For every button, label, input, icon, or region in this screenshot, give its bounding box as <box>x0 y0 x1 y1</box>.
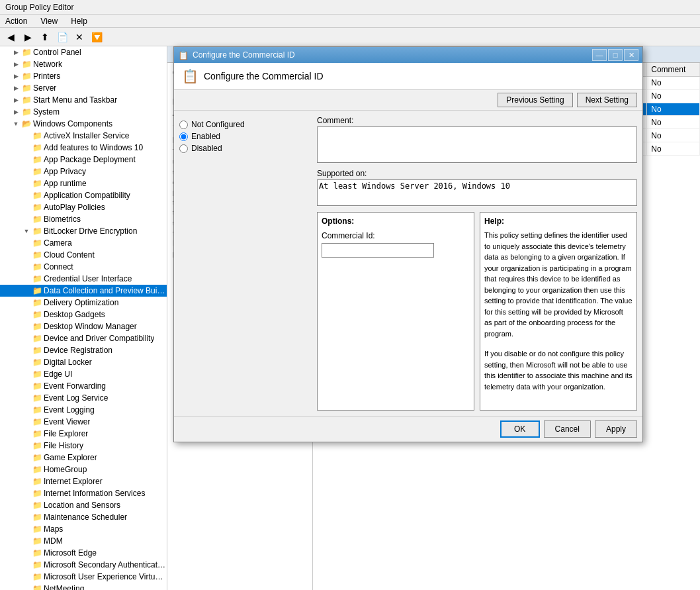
sidebar-label-21: Delivery Optimization <box>44 298 118 307</box>
sidebar-item-41[interactable]: 📁MDM <box>0 535 167 547</box>
sidebar-label-14: Biometrics <box>44 215 81 224</box>
tree-expand-1[interactable]: ▶ <box>11 59 21 70</box>
sidebar-item-32[interactable]: 📁File Explorer <box>0 428 167 440</box>
sidebar-item-2[interactable]: ▶📁Printers <box>0 70 167 82</box>
cell-comment-3: No <box>647 116 700 129</box>
sidebar-label-1: Network <box>33 60 62 69</box>
sidebar-item-40[interactable]: 📁Maps <box>0 523 167 535</box>
sidebar-item-30[interactable]: 📁Event Logging <box>0 404 167 416</box>
sidebar-item-34[interactable]: 📁Game Explorer <box>0 452 167 464</box>
sidebar-item-45[interactable]: 📁NetMeeting <box>0 583 167 590</box>
sidebar-item-13[interactable]: 📁AutoPlay Policies <box>0 201 167 213</box>
sidebar-label-27: Edge UI <box>44 369 72 379</box>
sidebar-item-19[interactable]: 📁Credential User Interface <box>0 273 167 285</box>
sidebar-item-17[interactable]: 📁Cloud Content <box>0 249 167 261</box>
radio-enabled-input[interactable] <box>179 132 188 141</box>
menu-help[interactable]: Help <box>68 17 90 26</box>
menu-action[interactable]: Action <box>3 17 30 26</box>
sidebar-item-21[interactable]: 📁Delivery Optimization <box>0 297 167 309</box>
tree-expand-40 <box>21 524 32 534</box>
folder-icon-0: 📁 <box>21 47 32 58</box>
sidebar-item-39[interactable]: 📁Maintenance Scheduler <box>0 511 167 523</box>
prev-setting-btn[interactable]: Previous Setting <box>498 93 572 107</box>
radio-enabled[interactable]: Enabled <box>179 132 312 141</box>
tree-expand-37 <box>21 488 32 499</box>
tree-expand-0[interactable]: ▶ <box>11 47 21 58</box>
sidebar-item-0[interactable]: ▶📁Control Panel <box>0 46 167 58</box>
ok-btn[interactable]: OK <box>500 420 540 438</box>
sidebar-item-36[interactable]: 📁Internet Explorer <box>0 475 167 487</box>
sidebar-label-44: Microsoft User Experience Virtualiza… <box>44 572 167 581</box>
radio-disabled[interactable]: Disabled <box>179 144 312 153</box>
sidebar-label-6: Windows Components <box>33 119 112 128</box>
sidebar-item-14[interactable]: 📁Biometrics <box>0 213 167 225</box>
tree-expand-4[interactable]: ▶ <box>11 95 21 105</box>
tree-expand-14 <box>21 214 32 224</box>
dialog-minimize-btn[interactable]: — <box>592 49 607 61</box>
toolbar-show-btn[interactable]: 📄 <box>54 30 70 44</box>
sidebar-item-8[interactable]: 📁Add features to Windows 10 <box>0 142 167 154</box>
sidebar-label-30: Event Logging <box>44 405 95 415</box>
next-setting-btn[interactable]: Next Setting <box>577 93 637 107</box>
sidebar-label-5: System <box>33 107 60 117</box>
sidebar-item-12[interactable]: 📁Application Compatibility <box>0 189 167 201</box>
sidebar-item-6[interactable]: ▼📂Windows Components <box>0 118 167 130</box>
toolbar-remove-btn[interactable]: ✕ <box>71 30 87 44</box>
sidebar-item-26[interactable]: 📁Digital Locker <box>0 356 167 368</box>
sidebar-item-18[interactable]: 📁Connect <box>0 261 167 273</box>
toolbar-filter-btn[interactable]: 🔽 <box>89 30 105 44</box>
sidebar-item-16[interactable]: 📁Camera <box>0 237 167 249</box>
sidebar-label-37: Internet Information Services <box>44 489 145 498</box>
dialog-close-btn[interactable]: ✕ <box>624 49 638 61</box>
tree-expand-15[interactable]: ▼ <box>21 226 32 236</box>
radio-not-configured-input[interactable] <box>179 121 188 129</box>
sidebar-item-38[interactable]: 📁Location and Sensors <box>0 499 167 511</box>
cancel-btn[interactable]: Cancel <box>544 420 591 438</box>
sidebar-item-27[interactable]: 📁Edge UI <box>0 368 167 380</box>
sidebar-item-42[interactable]: 📁Microsoft Edge <box>0 547 167 559</box>
dialog-outer: 📋 Configure the Commercial ID — □ ✕ 📋 Co… <box>173 46 643 442</box>
tree-expand-5[interactable]: ▶ <box>11 107 21 117</box>
sidebar-item-15[interactable]: ▼📁BitLocker Drive Encryption <box>0 225 167 237</box>
tree-expand-6[interactable]: ▼ <box>11 119 21 129</box>
sidebar-item-4[interactable]: ▶📁Start Menu and Taskbar <box>0 94 167 106</box>
sidebar-item-37[interactable]: 📁Internet Information Services <box>0 487 167 499</box>
menu-view[interactable]: View <box>38 17 60 26</box>
radio-not-configured[interactable]: Not Configured <box>179 120 312 129</box>
toolbar-back-btn[interactable]: ◀ <box>3 30 19 44</box>
tree-expand-3[interactable]: ▶ <box>11 83 21 93</box>
sidebar-item-9[interactable]: 📁App Package Deployment <box>0 154 167 166</box>
sidebar-item-11[interactable]: 📁App runtime <box>0 177 167 189</box>
comment-textarea[interactable] <box>317 126 637 163</box>
sidebar-item-28[interactable]: 📁Event Forwarding <box>0 380 167 392</box>
sidebar-item-44[interactable]: 📁Microsoft User Experience Virtualiza… <box>0 571 167 583</box>
sidebar-item-23[interactable]: 📁Desktop Window Manager <box>0 320 167 332</box>
sidebar-item-1[interactable]: ▶📁Network <box>0 58 167 70</box>
commercial-id-input[interactable] <box>322 243 434 258</box>
sidebar-item-10[interactable]: 📁App Privacy <box>0 166 167 177</box>
sidebar-item-3[interactable]: ▶📁Server <box>0 82 167 94</box>
folder-icon-7: 📁 <box>32 130 42 141</box>
sidebar-item-25[interactable]: 📁Device Registration <box>0 344 167 356</box>
apply-btn[interactable]: Apply <box>595 420 637 438</box>
sidebar-item-7[interactable]: 📁ActiveX Installer Service <box>0 130 167 142</box>
sidebar-item-5[interactable]: ▶📁System <box>0 106 167 118</box>
dialog-inner-title: Configure the Commercial ID <box>204 71 324 81</box>
toolbar-forward-btn[interactable]: ▶ <box>20 30 36 44</box>
sidebar-item-43[interactable]: 📁Microsoft Secondary Authentication <box>0 559 167 571</box>
sidebar-label-10: App Privacy <box>44 167 86 176</box>
tree-expand-2[interactable]: ▶ <box>11 71 21 81</box>
sidebar-item-24[interactable]: 📁Device and Driver Compatibility <box>0 332 167 344</box>
radio-group: Not Configured Enabled Disabled <box>179 120 312 153</box>
dialog-maximize-btn[interactable]: □ <box>608 49 623 61</box>
folder-icon-30: 📁 <box>32 405 42 415</box>
toolbar-up-btn[interactable]: ⬆ <box>37 30 53 44</box>
sidebar-item-22[interactable]: 📁Desktop Gadgets <box>0 309 167 320</box>
radio-disabled-input[interactable] <box>179 144 188 153</box>
sidebar-item-20[interactable]: 📁Data Collection and Preview Builds <box>0 285 167 297</box>
sidebar-item-33[interactable]: 📁File History <box>0 440 167 452</box>
options-title: Options: <box>322 217 470 226</box>
sidebar-item-31[interactable]: 📁Event Viewer <box>0 416 167 428</box>
sidebar-item-29[interactable]: 📁Event Log Service <box>0 392 167 404</box>
sidebar-item-35[interactable]: 📁HomeGroup <box>0 464 167 475</box>
